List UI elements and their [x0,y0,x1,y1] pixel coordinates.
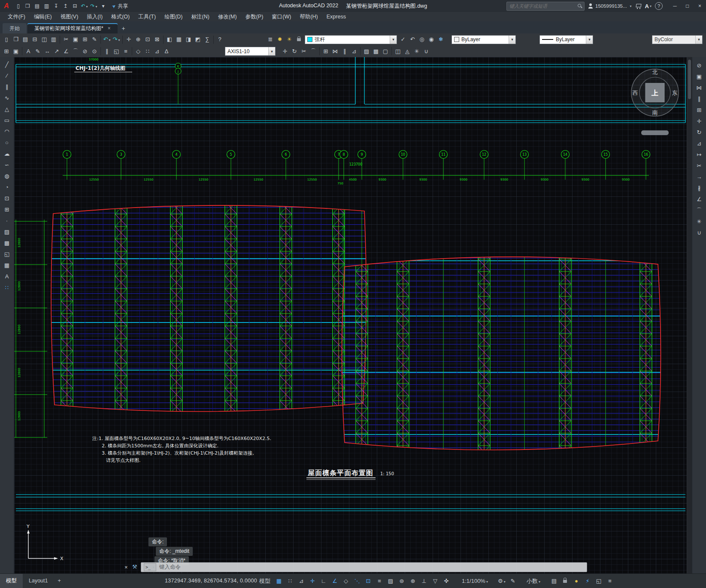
transparency-toggle[interactable]: ▨ [386,576,395,586]
copy-button[interactable]: ▣ [71,35,80,44]
layer-combo-arrow[interactable]: ▾ [390,36,397,44]
sheet-set-manager-button[interactable]: ◩ [193,35,203,44]
mtext-tool[interactable]: A [2,271,12,282]
menu-parametric[interactable]: 参数(P) [241,12,268,21]
save-as-button[interactable]: ▥ [42,1,51,11]
axis-layer-state-combo[interactable]: AXIS1-10 ▾ [225,47,276,56]
break-tool[interactable]: ∦ [694,183,704,193]
polyline-tool[interactable]: ∿ [2,93,12,103]
plot-preview-button[interactable]: ◫ [39,35,49,44]
command-line-bar[interactable]: >_ ▾ 键入命令 [141,562,587,572]
properties-button[interactable]: ◧ [165,35,174,44]
dim-linear-button[interactable]: ↔ [42,47,52,56]
layer-thaw-button[interactable]: ☀ [285,35,294,44]
chamfer-tool[interactable]: ∠ [694,194,704,205]
menu-dimension[interactable]: 标注(N) [187,12,214,21]
insert-block-button[interactable]: ⊞ [2,47,11,56]
linetype-combo-arrow[interactable]: ▾ [586,36,593,44]
extend-tool[interactable]: → [694,172,704,182]
model-tab[interactable]: 模型 [0,574,23,588]
mtext-button[interactable]: ✎ [33,47,42,56]
customize-button[interactable]: ≡ [606,576,614,586]
maximize-button[interactable]: □ [681,0,694,12]
account-button[interactable]: 1505999135... ▾ [588,3,632,9]
insert-block-tool[interactable]: ⊡ [2,193,12,204]
grid-toggle[interactable]: ▦ [275,576,283,586]
join-tool[interactable]: ∪ [694,228,704,238]
revision-cloud-tool[interactable]: ☁ [2,149,12,159]
measure-button[interactable]: ∥ [102,47,112,56]
erase-tool[interactable]: ⊘ [694,60,704,71]
fillet-tool[interactable]: ⌒ [694,205,704,216]
move-tool[interactable]: ✛ [694,116,704,127]
hatch-tool[interactable]: ▨ [2,227,12,237]
menu-express[interactable]: Express [322,12,350,21]
area-button[interactable]: ◱ [112,47,121,56]
rectangle-tool[interactable]: ▭ [2,115,12,126]
make-block-tool[interactable]: ⊞ [2,205,12,215]
units-button[interactable]: 小数▾ [525,576,542,586]
viewcube-compass[interactable]: 上北南西东 [631,69,679,116]
clean-screen-button[interactable]: ◱ [594,576,603,586]
explode-tool[interactable]: ✳ [694,217,704,227]
publish-button[interactable]: ▥ [49,35,58,44]
osnap-settings-button[interactable]: ◇ [133,47,143,56]
parameters-manager-button[interactable]: ∆ [162,47,171,56]
open-file-button[interactable]: ❒ [11,35,21,44]
plotstyle-combo-arrow[interactable]: ▾ [695,36,702,44]
minimize-button[interactable]: ─ [669,0,681,12]
stretch-tool[interactable]: ↦ [694,150,704,160]
point-tool[interactable]: ∙ [2,216,12,226]
search-icon[interactable] [578,4,582,9]
scale-tool[interactable]: ⊿ [694,139,704,149]
open-from-web-button[interactable]: ↧ [52,1,61,11]
redo-button[interactable]: ↷▾ [89,1,98,11]
annotation-monitor-toggle[interactable]: ✎ [509,576,517,586]
scale-button[interactable]: ⊿ [349,47,359,56]
offset-tool[interactable]: ∥ [694,94,704,104]
menu-view[interactable]: 视图(V) [56,12,83,21]
dim-center-button[interactable]: ⊙ [90,47,99,56]
annotation-scale-button[interactable]: 1:1/100%▾ [460,576,490,586]
tab-start[interactable]: 开始 [3,23,27,33]
menu-modify[interactable]: 修改(M) [214,12,241,21]
new-layout-button[interactable]: + [54,574,64,588]
trim-button[interactable]: ✂ [299,47,309,56]
zoom-window-button[interactable]: ⊡ [143,35,152,44]
plot-button[interactable]: ⊟ [70,1,79,11]
polar-tracking-toggle[interactable]: ∠ [330,576,339,586]
multiline-tool[interactable]: ∥ [2,82,12,92]
point-style-tool[interactable]: ∷ [2,283,12,293]
copy-tool[interactable]: ▣ [694,72,704,82]
region-tool[interactable]: ◱ [2,249,12,259]
navigation-bar[interactable] [641,130,669,135]
boundary-button[interactable]: ▢ [381,47,390,56]
grid-settings-button[interactable]: ∷ [143,47,152,56]
object-snap-tracking-toggle[interactable]: ⋱ [353,576,361,586]
pan-button[interactable]: ✛ [124,35,133,44]
fillet-button[interactable]: ⌒ [309,47,318,56]
hatch-button[interactable]: ▨ [362,47,371,56]
command-close-icon[interactable]: × [124,564,128,570]
cut-button[interactable]: ✂ [61,35,71,44]
move-button[interactable]: ✛ [280,47,290,56]
dim-angular-button[interactable]: ∠ [61,47,71,56]
lineweight-toggle[interactable]: ≡ [375,576,384,586]
menu-window[interactable]: 窗口(W) [267,12,295,21]
array-tool[interactable]: ⊞ [694,105,704,115]
quick-properties-toggle[interactable]: ▤ [550,576,558,586]
dynamic-input-toggle[interactable]: ✛ [308,576,317,586]
tab-document[interactable]: 某钢管桁架网球馆屋盖结构图* × [27,23,118,33]
scrollbar-thumb[interactable] [688,60,691,99]
menu-file[interactable]: 文件(F) [3,12,30,21]
search-box[interactable] [506,2,585,11]
snap-toggle[interactable]: ∷ [286,576,294,586]
layer-freeze-button[interactable]: ❄ [436,35,445,44]
infer-constraints-toggle[interactable]: ⊿ [297,576,306,586]
menu-draw[interactable]: 绘图(D) [160,12,187,21]
command-prompt-button[interactable]: >_ ▾ [144,563,156,571]
menu-insert[interactable]: 插入(I) [82,12,107,21]
ortho-toggle[interactable]: ∟ [319,576,328,586]
mirror-tool[interactable]: ⋈ [694,83,704,93]
tab-close-icon[interactable]: × [108,23,111,33]
